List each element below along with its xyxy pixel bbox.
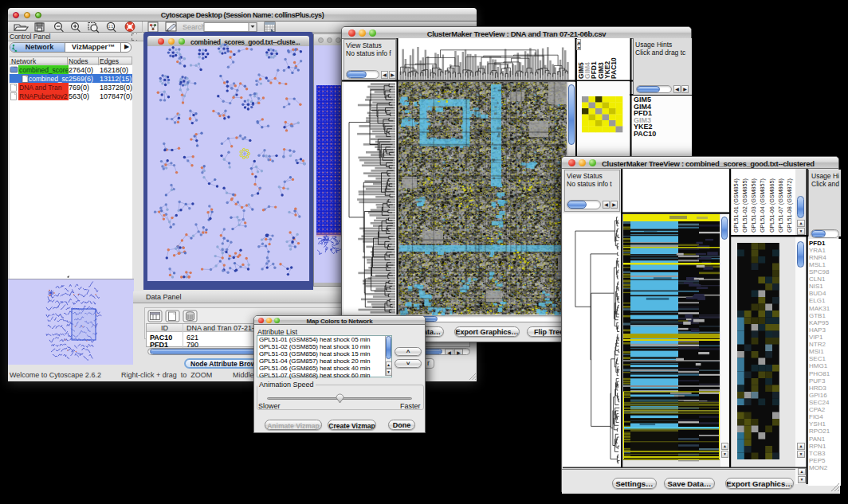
svg-text:GPL51-06 (GSM865): GPL51-06 (GSM865) xyxy=(768,178,775,232)
svg-text:GPL51-02 (GSM855): GPL51-02 (GSM855) xyxy=(741,178,748,232)
svg-text:GPL51-04 (GSM857): GPL51-04 (GSM857) xyxy=(759,178,766,232)
svg-text:GPL51-03 (GSM856): GPL51-03 (GSM856) xyxy=(750,178,757,232)
svg-text:GPL51-01 (GSM854): GPL51-01 (GSM854) xyxy=(732,178,740,232)
svg-text:GPL51-07 (GSM868): GPL51-07 (GSM868) xyxy=(777,178,784,232)
svg-text:GPL51-08 (GSM872): GPL51-08 (GSM872) xyxy=(786,178,793,232)
